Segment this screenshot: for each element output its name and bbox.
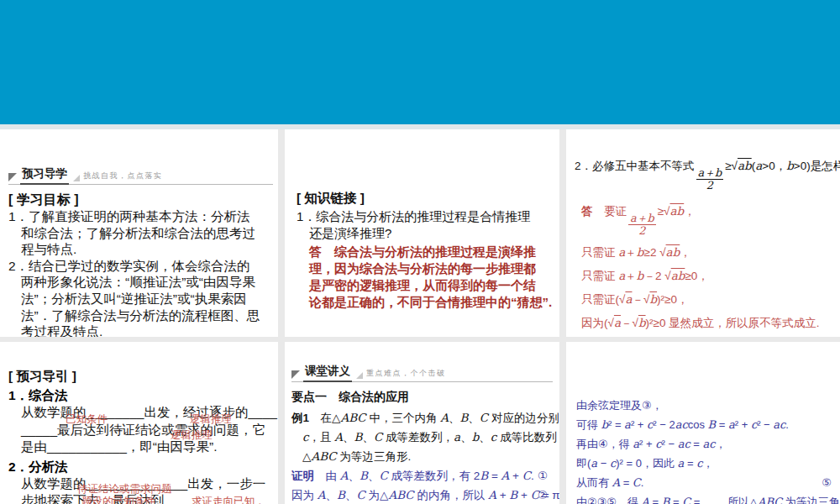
text-line: 1．了解直接证明的两种基本方法：分析法 [8,208,273,225]
slide-sheet: 预习导学 挑战自我，点点落实 [ 学习目标 ] 1．了解直接证明的两种基本方法：… [0,0,840,504]
proof-line: 即(a − c)² = 0，因此 a = c， [576,454,837,473]
answer-line: 只需证 a＋b≥2 √ab， [575,244,837,260]
answer-line: 答 综合法与分析法的推理过程是演绎推 [297,244,551,260]
block-title: [ 知识链接 ] [297,190,551,207]
text-line: 法”；分析法又叫“逆推证法”或“执果索因 [8,291,273,307]
section-header-lecture: 课堂讲义 重点难点，个个击破 [291,364,553,382]
answer-line: 论都是正确的，不同于合情推理中的“猜想”. [297,294,551,311]
text-line: 程与特点. [8,241,273,258]
text-line: 两种形象化说法：“顺推证法”或“由因导果 [8,274,273,291]
proof-line: 由余弦定理及③， [576,396,837,415]
text-line: 从数学题的________出发，经过逐步的____ [21,404,273,422]
text-line: 和综合法；了解分析法和综合法的思考过 [8,225,273,242]
example-line: 例1 在△ABC 中，三个内角 A、B、C 对应的边分别为 a、b、 [291,408,553,428]
section-badge: 预习导学 [20,166,69,185]
section-header-preview: 预习导学 挑战自我，点点落实 [8,166,273,185]
answer-line: 理，因为综合法与分析法的每一步推理都 [297,260,551,277]
question-line: 2．必修五中基本不等式a＋b2≥√ab(a>0，b>0)是怎样证明的? [575,158,837,192]
answer-overlay: 已知条件 [66,412,108,427]
text-line: 还是演绎推理? [297,225,551,242]
block-title: [ 学习目标 ] [8,192,273,208]
flag-slash-icon [73,175,80,181]
text-line: 考过程及特点. [8,323,273,337]
proof-line: 因为 A、B、C 为△ABC 的内角，所以 A + B + C = π.② [291,486,553,504]
section-badge: 课堂讲义 [303,364,352,382]
answer-line: 只需证(√a－√b)²≥0， [575,291,837,307]
panel-preview-goals: 预习导学 挑战自我，点点落实 [ 学习目标 ] 1．了解直接证明的两种基本方法：… [0,129,278,337]
section-tagline: 挑战自我，点点落实 [83,171,163,181]
answer-line: 只需证 a＋b－2 √ab≥0， [575,268,837,284]
answer-overlay: 逻辑推理 [190,412,232,427]
example-line: △ABC 为等边三角形. [291,447,553,466]
answer-line: 答 要证a＋b2≥√ab， [575,203,837,237]
topic-title: 要点一 综合法的应用 [291,390,553,405]
answer-line: 是严密的逻辑推理，从而得到的每一个结 [297,277,551,294]
proof-line: 由②③⑤，得 A = B = C = π3，所以△ABC 为等边三角形. [576,492,837,504]
proof-line: 再由④，得 a² + c² − ac = ac， [576,434,837,454]
text-line: 是由___________，即“由因导果”. [21,438,273,456]
section-tagline: 重点难点，个个击破 [366,368,446,379]
block-title: [ 预习导引 ] [8,367,273,385]
proof-line: 从而有 A = C.⑤ [576,473,837,492]
title-banner [0,0,840,124]
answer-overlay: 逻辑推理 [171,428,213,443]
panel-cosine-derivation: 由余弦定理及③， 可得 b² = a² + c² − 2accos B = a²… [566,342,840,504]
item-title: 1．综合法 [8,386,273,404]
answer-overlay: 题设的已知条件 [81,495,155,504]
flag-icon [291,370,300,379]
proof-line: 可得 b² = a² + c² − 2accos B = a² + c² − a… [576,415,837,434]
example-line: c，且 A、B、C 成等差数列，a、b、c 成等比数列，求证： [291,428,553,447]
panel-knowledge-links: [ 知识链接 ] 1．综合法与分析法的推理过程是合情推理 还是演绎推理? 答 综… [285,129,559,337]
panel-preview-guide: [ 预习导引 ] 1．综合法 从数学题的________出发，经过逐步的____… [0,342,278,504]
text-line: 2．结合已学过的数学实例，体会综合法的 [8,258,273,275]
answer-line: 因为(√a－√b)²≥0 显然成立，所以原不等式成立. [575,315,837,331]
flag-icon [8,173,17,181]
panel-lecture-example: 课堂讲义 重点难点，个个击破 要点一 综合法的应用 例1 在△ABC 中，三个内… [285,342,559,504]
text-line: 法”．了解综合法与分析法的流程框图、思 [8,307,273,324]
panel-inequality-proof: 2．必修五中基本不等式a＋b2≥√ab(a>0，b>0)是怎样证明的? 答 要证… [566,129,840,337]
proof-line: 证明 由 A、B、C 成等差数列，有 2B = A + C.① [291,466,553,486]
item-title: 2．分析法 [8,458,273,475]
text-line: 1．综合法与分析法的推理过程是合情推理 [297,208,551,225]
answer-overlay: 求证走向已知， [192,495,265,504]
flag-slash-icon [356,372,363,379]
text-line: _____最后达到待证结论或需求的问题，它 [21,422,273,439]
